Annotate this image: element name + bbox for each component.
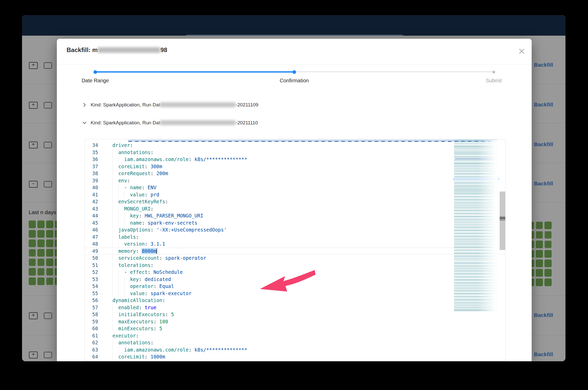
line-number: 35 — [85, 149, 98, 156]
minimap-fade — [454, 140, 498, 312]
code-line: 60 minExecutors: 5 — [85, 325, 505, 332]
line-number: 60 — [85, 325, 98, 332]
code-line: 58 initialExecutors: 5 — [85, 311, 505, 318]
code-text: name: spark-env-secrets — [112, 219, 197, 227]
line-number: 44 — [85, 212, 98, 219]
line-number: 52 — [85, 269, 98, 276]
code-text: dynamicAllocation: — [112, 297, 165, 304]
code-text: key: dedicated — [112, 276, 171, 283]
partial-selected-line — [128, 139, 497, 142]
annotation-arrow-icon — [258, 269, 316, 293]
stepper-dot-done[interactable] — [93, 70, 97, 74]
blurred-run-date — [160, 102, 236, 107]
code-text: minExecutors: 5 — [112, 325, 162, 332]
line-number: 37 — [85, 163, 98, 170]
scrollbar-marker-line — [500, 217, 505, 219]
code-text: iam.amazonaws.com/role: k8s/************… — [112, 156, 247, 163]
code-text: driver: — [112, 142, 133, 149]
line-number: 58 — [85, 311, 98, 318]
code-text: - name: ENV — [112, 184, 156, 191]
code-text: tolerations: — [112, 262, 153, 269]
code-line: 43 MONGO_URI: — [85, 205, 505, 213]
code-text: key: HWL_PARSER_MONGO_URI — [112, 212, 203, 219]
code-text: coreLimit: 300m — [112, 163, 162, 170]
code-line: 34driver: — [85, 142, 505, 149]
code-line: 45 name: spark-env-secrets — [85, 219, 505, 227]
line-number: 55 — [85, 290, 98, 297]
code-text: maxExecutors: 100 — [112, 318, 168, 325]
line-number: 36 — [85, 156, 98, 163]
screenshot-stage: s ●●● +Backfill+Backfill+Backfill−Backfi… — [0, 0, 588, 390]
code-text: value: prd — [112, 191, 159, 198]
accordion-label: Kind: SparkApplication, Run Dat-20211110 — [91, 120, 258, 126]
code-text: enabled: true — [112, 304, 156, 311]
code-line: 35 annotations: — [85, 149, 505, 156]
line-number: 41 — [85, 191, 98, 198]
code-text: MONGO_URI: — [112, 205, 153, 213]
scrollbar-thumb[interactable] — [500, 192, 505, 250]
code-text: annotations: — [112, 149, 153, 156]
stepper-label: Submit — [463, 78, 524, 84]
code-text: - effect: NoSchedule — [112, 269, 183, 276]
line-number: 62 — [85, 339, 98, 346]
code-text: iam.amazonaws.com/role: k8s/************… — [112, 346, 247, 354]
code-line: 57 enabled: true — [85, 304, 505, 311]
chevron-down-icon — [82, 120, 87, 125]
line-number: 40 — [85, 184, 98, 191]
stepper-label: Confirmation — [264, 78, 325, 84]
accordion-header[interactable]: Kind: SparkApplication, Run Dat-20211109 — [82, 101, 258, 109]
code-line: 63 iam.amazonaws.com/role: k8s/*********… — [85, 346, 505, 354]
browser-window: s ●●● +Backfill+Backfill+Backfill−Backfi… — [22, 15, 565, 361]
line-number: 39 — [85, 177, 98, 184]
code-text: value: spark-executor — [112, 290, 192, 297]
code-text: env: — [112, 177, 130, 184]
code-text: serviceAccount: spark-operator — [112, 255, 206, 262]
code-line: 61executor: — [85, 332, 505, 339]
line-number: 42 — [85, 198, 98, 205]
code-line: 51 tolerations: — [85, 262, 505, 269]
code-text: coreRequest: 200m — [112, 170, 168, 177]
modal-title: Backfill: m98 — [67, 46, 167, 54]
code-line: 48 version: 3.1.1 — [85, 241, 505, 248]
blurred-run-date — [160, 120, 236, 125]
code-line: 38 coreRequest: 200m — [85, 170, 505, 177]
stepper-dot-active[interactable] — [292, 70, 296, 74]
code-text: annotations: — [112, 339, 153, 346]
chevron-right-icon — [82, 102, 87, 107]
code-text: executor: — [112, 332, 139, 339]
text-cursor — [156, 248, 157, 254]
line-number: 47 — [85, 234, 98, 241]
stepper-line-pending — [294, 71, 494, 72]
code-text: envSecretKeyRefs: — [112, 198, 168, 205]
code-line: 46 javaOptions: '-XX:+UseCompressedOops' — [85, 226, 505, 234]
code-line: 64 coreLimit: 1000m — [85, 353, 505, 361]
line-number: 57 — [85, 304, 98, 311]
stepper-label: Date Range — [65, 78, 126, 84]
close-icon[interactable] — [518, 47, 526, 55]
line-number: 54 — [85, 283, 98, 290]
code-text: initialExecutors: 5 — [112, 311, 174, 318]
code-line: 47 labels: — [85, 234, 505, 241]
line-number: 46 — [85, 226, 98, 234]
code-line: 44 key: HWL_PARSER_MONGO_URI — [85, 212, 505, 219]
code-line: 40 - name: ENV — [85, 184, 505, 191]
code-line: 36 iam.amazonaws.com/role: k8s/*********… — [85, 156, 505, 163]
line-number: 34 — [85, 142, 98, 149]
stepper-dot-pending[interactable] — [492, 71, 495, 73]
accordion-header[interactable]: Kind: SparkApplication, Run Dat-20211110 — [82, 119, 258, 127]
code-text: javaOptions: '-XX:+UseCompressedOops' — [112, 226, 227, 234]
line-number: 45 — [85, 219, 98, 227]
line-number: 43 — [85, 205, 98, 213]
yaml-editor[interactable]: 34driver:35 annotations:36 iam.amazonaws… — [85, 139, 506, 361]
code-text: operator: Equal — [112, 283, 174, 290]
line-number: 49 — [85, 248, 98, 255]
code-line: 56dynamicAllocation: — [85, 297, 505, 304]
line-number: 63 — [85, 346, 98, 354]
code-text: coreLimit: 1000m — [112, 353, 165, 361]
line-number: 48 — [85, 241, 98, 248]
line-number: 56 — [85, 297, 98, 304]
browser-toolbar — [22, 15, 565, 36]
code-line: 62 annotations: — [85, 339, 505, 346]
line-number: 51 — [85, 262, 98, 269]
code-line: 42 envSecretKeyRefs: — [85, 198, 505, 205]
